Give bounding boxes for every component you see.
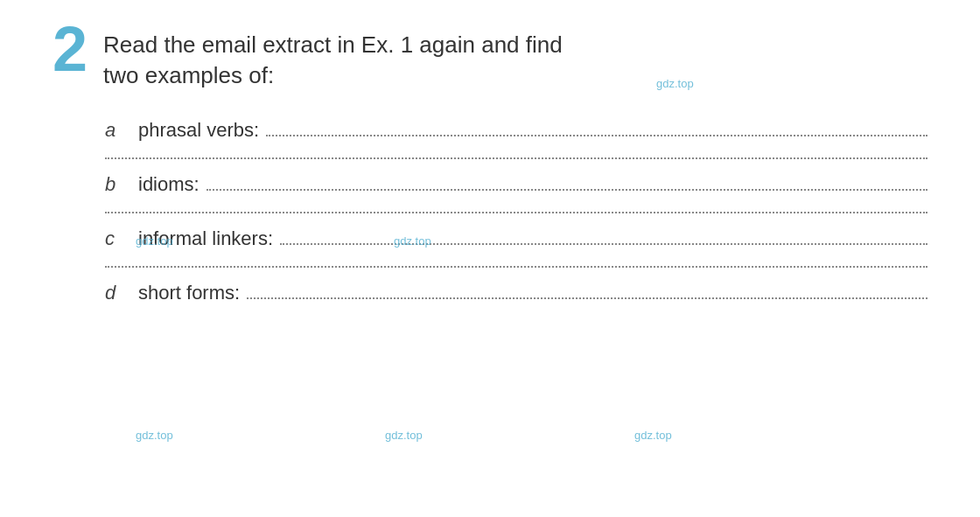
- watermark-1: gdz.top: [656, 77, 694, 90]
- item-b-second-line: [105, 196, 928, 213]
- item-d-dots-inline: [247, 283, 928, 299]
- item-a-label: a: [105, 119, 131, 142]
- item-b-label: b: [105, 173, 131, 196]
- item-d-text: short forms:: [138, 282, 240, 304]
- item-c-label: c: [105, 227, 131, 250]
- item-d-label: d: [105, 282, 131, 304]
- exercise-number: 2: [52, 17, 88, 80]
- item-c-block: c informal linkers:: [105, 226, 928, 268]
- item-c-second-line: [105, 250, 928, 268]
- instruction-line2: two examples of:: [103, 62, 274, 88]
- item-c-row: c informal linkers:: [105, 226, 928, 250]
- item-c-dots-inline: [280, 229, 928, 245]
- item-b-dots-inline: [206, 175, 928, 191]
- item-a-dots-inline: [266, 121, 928, 136]
- item-d-row: d short forms:: [105, 280, 928, 304]
- exercise-header: 2 Read the email extract in Ex. 1 again …: [52, 24, 928, 91]
- item-d-block: d short forms:: [105, 280, 928, 304]
- item-a-second-line: [105, 142, 928, 159]
- exercise-items: a phrasal verbs: b idioms: c informal li…: [105, 117, 928, 304]
- instruction-line1: Read the email extract in Ex. 1 again an…: [103, 31, 563, 58]
- watermark-6: gdz.top: [634, 429, 672, 442]
- page-container: gdz.top gdz.top gdz.top gdz.top gdz.top …: [0, 0, 980, 517]
- watermark-4: gdz.top: [136, 429, 173, 442]
- item-b-text: idioms:: [138, 173, 200, 196]
- watermark-5: gdz.top: [385, 429, 423, 442]
- item-b-block: b idioms:: [105, 171, 928, 213]
- watermark-3: gdz.top: [394, 234, 431, 248]
- item-a-row: a phrasal verbs:: [105, 117, 928, 142]
- exercise-instruction: Read the email extract in Ex. 1 again an…: [103, 30, 563, 91]
- watermark-2: gdz.top: [136, 234, 173, 248]
- item-a-block: a phrasal verbs:: [105, 117, 928, 159]
- item-b-row: b idioms:: [105, 171, 928, 196]
- item-a-text: phrasal verbs:: [138, 119, 259, 142]
